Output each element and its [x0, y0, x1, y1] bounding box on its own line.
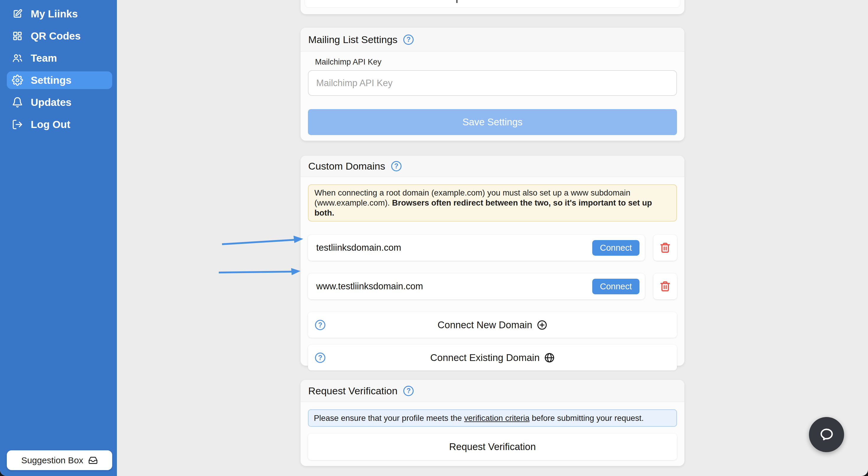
- sidebar-item-team[interactable]: Team: [7, 49, 112, 67]
- domain-entry: www.testliinksdomain.com Connect: [308, 273, 645, 299]
- verification-criteria-link[interactable]: verification criteria: [464, 413, 530, 422]
- request-verification-body: Please ensure that your profile meets th…: [301, 409, 684, 460]
- sidebar-item-qr-codes[interactable]: QR Codes: [7, 27, 112, 45]
- team-icon: [12, 53, 23, 64]
- globe-icon: [544, 352, 555, 363]
- arrow-head: [291, 268, 301, 275]
- sidebar-item-my-liinks[interactable]: My Liinks: [7, 5, 112, 23]
- request-verification-title: Request Verification: [308, 385, 397, 397]
- mailing-list-settings-header: Mailing List Settings ?: [301, 28, 684, 52]
- sidebar-item-label: Updates: [31, 96, 71, 108]
- sidebar-item-label: Log Out: [31, 118, 70, 130]
- sidebar-nav: My Liinks QR Codes Team Settings Updates: [0, 0, 117, 133]
- question-circle-icon[interactable]: ?: [391, 161, 402, 171]
- domain-row: testliinksdomain.com Connect: [308, 235, 677, 261]
- domain-name: testliinksdomain.com: [316, 242, 592, 253]
- delete-domain-button[interactable]: [653, 235, 677, 261]
- custom-domains-card: Custom Domains ? When connecting a root …: [301, 156, 684, 366]
- sidebar-item-log-out[interactable]: Log Out: [7, 115, 112, 133]
- request-verification-header: Request Verification ?: [301, 380, 684, 402]
- inbox-icon: [88, 456, 98, 465]
- verification-notice-suffix: before submitting your request.: [530, 413, 644, 422]
- cut-off-card: [301, 0, 684, 14]
- sidebar-item-settings[interactable]: Settings: [7, 71, 112, 89]
- custom-domains-body: When connecting a root domain (example.c…: [301, 184, 684, 370]
- question-circle-icon[interactable]: ?: [403, 386, 414, 396]
- save-settings-button[interactable]: Save Settings: [308, 109, 677, 135]
- sidebar-item-label: QR Codes: [31, 30, 81, 42]
- sidebar-item-label: Settings: [31, 74, 71, 86]
- trash-icon: [659, 242, 671, 253]
- sidebar: My Liinks QR Codes Team Settings Updates: [0, 0, 117, 476]
- text-cursor-fragment: [456, 0, 458, 3]
- connect-domain-button[interactable]: Connect: [592, 279, 640, 294]
- custom-domains-header: Custom Domains ?: [301, 156, 684, 177]
- sidebar-item-label: Team: [31, 52, 57, 64]
- custom-domains-title: Custom Domains: [308, 161, 385, 172]
- arrow-line: [219, 272, 292, 273]
- domain-entry: testliinksdomain.com Connect: [308, 235, 645, 261]
- qr-grid-icon: [12, 30, 23, 42]
- sidebar-item-label: My Liinks: [31, 8, 78, 20]
- request-verification-button[interactable]: Request Verification: [308, 434, 677, 460]
- gear-icon: [12, 75, 23, 86]
- mailing-list-settings-card: Mailing List Settings ? Mailchimp API Ke…: [301, 28, 684, 141]
- trash-icon: [659, 280, 671, 292]
- bell-icon: [12, 97, 23, 108]
- delete-domain-button[interactable]: [653, 273, 677, 299]
- connect-existing-domain-button[interactable]: ? Connect Existing Domain: [308, 345, 677, 370]
- question-circle-icon[interactable]: ?: [315, 320, 326, 330]
- verification-notice: Please ensure that your profile meets th…: [308, 409, 677, 427]
- connect-existing-domain-label: Connect Existing Domain: [430, 352, 540, 363]
- request-verification-card: Request Verification ? Please ensure tha…: [301, 380, 684, 466]
- mailchimp-api-key-input[interactable]: [308, 70, 677, 96]
- suggestion-box-button[interactable]: Suggestion Box: [7, 450, 112, 470]
- chat-bubble-icon: [818, 427, 835, 443]
- domain-warning-notice: When connecting a root domain (example.c…: [308, 184, 677, 222]
- connect-domain-button[interactable]: Connect: [592, 240, 640, 256]
- arrow-line: [222, 240, 295, 244]
- mailing-list-settings-title: Mailing List Settings: [308, 34, 397, 45]
- domain-row: www.testliinksdomain.com Connect: [308, 273, 677, 299]
- mailchimp-api-key-label: Mailchimp API Key: [315, 58, 684, 67]
- plus-circle-icon: [537, 320, 547, 330]
- connect-new-domain-label: Connect New Domain: [438, 319, 532, 331]
- question-circle-icon[interactable]: ?: [315, 352, 326, 363]
- cut-off-card-inner: [305, 0, 680, 8]
- connect-new-domain-button[interactable]: ? Connect New Domain: [308, 312, 677, 338]
- sidebar-item-updates[interactable]: Updates: [7, 94, 112, 111]
- verification-notice-prefix: Please ensure that your profile meets th…: [314, 413, 464, 422]
- edit-icon: [12, 8, 23, 20]
- suggestion-box-label: Suggestion Box: [21, 455, 83, 465]
- question-circle-icon[interactable]: ?: [403, 35, 414, 45]
- domain-name: www.testliinksdomain.com: [316, 281, 592, 292]
- logout-icon: [12, 119, 23, 130]
- app-page: My Liinks QR Codes Team Settings Updates: [0, 0, 868, 476]
- help-beacon-button[interactable]: [809, 417, 844, 452]
